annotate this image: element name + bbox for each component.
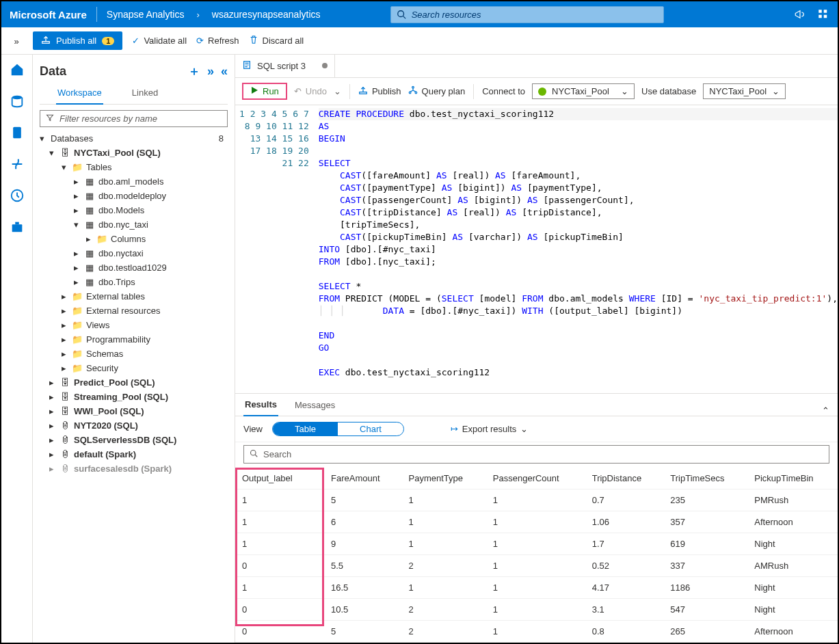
header-right-icons bbox=[794, 8, 829, 21]
global-search[interactable]: Search resources bbox=[390, 6, 664, 23]
view-segmented[interactable]: Table Chart bbox=[272, 422, 404, 436]
tree-schemas[interactable]: ▸📁Schemas bbox=[40, 347, 228, 361]
undo-label: Undo bbox=[306, 86, 327, 96]
col-paymenttype[interactable]: PaymentType bbox=[401, 468, 485, 489]
undo-button[interactable]: ↶ Undo bbox=[294, 86, 327, 96]
queryplan-button[interactable]: Query plan bbox=[408, 85, 466, 97]
tree-ext-tables[interactable]: ▸📁External tables bbox=[40, 289, 228, 304]
discard-all-label: Discard all bbox=[263, 36, 304, 46]
tree-pool-item[interactable]: ▸🛢surfacesalesdb (Spark) bbox=[40, 461, 228, 476]
connect-to-dropdown[interactable]: NYCTaxi_Pool ⌄ bbox=[532, 83, 635, 99]
tree-table-item[interactable]: ▸▦dbo.modeldeploy bbox=[40, 189, 228, 203]
command-bar: Publish all 1 ✓ Validate all ⟳ Refresh D… bbox=[1, 27, 838, 55]
tree-table-item[interactable]: ▸▦dbo.testload1029 bbox=[40, 260, 228, 275]
tree-pool-item[interactable]: ▸🗄Predict_Pool (SQL) bbox=[40, 375, 228, 390]
run-button[interactable]: Run bbox=[242, 83, 287, 100]
tree-pool-item[interactable]: ▸🗄WWI_Pool (SQL) bbox=[40, 404, 228, 418]
discard-all-button[interactable]: Discard all bbox=[249, 35, 304, 46]
tree-pool-item[interactable]: ▸🛢default (Spark) bbox=[40, 447, 228, 461]
col-pickuptimebin[interactable]: PickupTimeBin bbox=[747, 468, 838, 489]
tree-databases[interactable]: ▾ Databases 8 bbox=[40, 131, 228, 146]
svg-line-1 bbox=[403, 16, 405, 19]
publish-button[interactable]: Publish bbox=[358, 85, 401, 97]
col-output-label[interactable]: Output_label bbox=[235, 468, 324, 489]
monitor-icon[interactable] bbox=[8, 186, 27, 205]
svg-line-18 bbox=[255, 455, 257, 457]
publish-all-button[interactable]: Publish all 1 bbox=[33, 31, 122, 50]
tree-pool-nyctaxi[interactable]: ▾ 🗄 NYCTaxi_Pool (SQL) bbox=[40, 146, 228, 160]
tree-table-item[interactable]: ▸▦dbo.nyctaxi bbox=[40, 246, 228, 260]
svg-rect-4 bbox=[818, 15, 822, 18]
collapse-results-icon[interactable]: ⌃ bbox=[822, 405, 829, 416]
results-panel: Results Messages ⌃ View Table Chart ↦ Ex… bbox=[235, 393, 838, 643]
filter-input[interactable]: Filter resources by name bbox=[40, 110, 228, 127]
megaphone-icon[interactable] bbox=[794, 8, 806, 21]
results-table-wrap: Output_label FareAmount PaymentType Pass… bbox=[235, 468, 838, 643]
tree-table-item[interactable]: ▸▦dbo.aml_models bbox=[40, 174, 228, 189]
file-tab[interactable]: SQL script 3 bbox=[235, 54, 335, 77]
refresh-button[interactable]: ⟳ Refresh bbox=[196, 36, 239, 46]
tree-columns[interactable]: ▸📁Columns bbox=[40, 232, 228, 246]
tree-ext-res[interactable]: ▸📁External resources bbox=[40, 304, 228, 318]
results-view-row: View Table Chart ↦ Export results ⌄ bbox=[235, 416, 838, 442]
col-triptimesecs[interactable]: TripTimeSecs bbox=[663, 468, 747, 489]
tree-pool-item[interactable]: ▸🗄Streaming_Pool (SQL) bbox=[40, 390, 228, 404]
validate-all-button[interactable]: ✓ Validate all bbox=[132, 36, 187, 46]
tab-workspace[interactable]: Workspace bbox=[56, 85, 103, 105]
tab-messages[interactable]: Messages bbox=[293, 399, 336, 416]
svg-rect-11 bbox=[15, 222, 19, 225]
table-row[interactable]: 010.5213.1547Night bbox=[235, 599, 838, 621]
code-content: CREATE PROCEDURE dbo.test_nyctaxi_scorin… bbox=[319, 105, 838, 393]
data-panel-tabs: Workspace Linked bbox=[40, 85, 228, 105]
table-row[interactable]: 116.5114.171186Night bbox=[235, 577, 838, 599]
tree-pool-item[interactable]: ▸🛢NYT2020 (SQL) bbox=[40, 418, 228, 433]
results-search-input[interactable]: Search bbox=[243, 445, 829, 464]
table-icon: ▦ bbox=[85, 177, 94, 187]
table-row[interactable]: 05.5210.52337AMRush bbox=[235, 555, 838, 577]
collapse-double-icon[interactable]: » bbox=[207, 64, 214, 79]
caret-right-icon: ▸ bbox=[49, 406, 56, 416]
table-icon: ▦ bbox=[85, 220, 94, 230]
apps-icon[interactable] bbox=[817, 8, 829, 21]
table-header-row: Output_label FareAmount PaymentType Pass… bbox=[235, 468, 838, 489]
expand-leftrail-button[interactable]: » bbox=[4, 27, 29, 55]
col-tripdistance[interactable]: TripDistance bbox=[585, 468, 664, 489]
table-row[interactable]: 15110.7235PMRush bbox=[235, 489, 838, 511]
database-icon: 🛢 bbox=[60, 450, 70, 459]
tree-table-item[interactable]: ▸▦dbo.Trips bbox=[40, 275, 228, 289]
add-icon[interactable]: ＋ bbox=[188, 63, 200, 79]
breadcrumb-root[interactable]: Synapse Analytics bbox=[107, 9, 185, 20]
manage-icon[interactable] bbox=[8, 217, 27, 237]
home-icon[interactable] bbox=[8, 60, 27, 79]
seg-table[interactable]: Table bbox=[273, 422, 338, 435]
caret-down-icon: ▾ bbox=[40, 133, 46, 144]
code-editor[interactable]: 1 2 3 4 5 6 7 8 9 10 11 12 13 14 15 16 1… bbox=[235, 105, 838, 393]
tree-views[interactable]: ▸📁Views bbox=[40, 318, 228, 332]
table-row[interactable]: 19111.7619Night bbox=[235, 533, 838, 555]
caret-right-icon: ▸ bbox=[49, 464, 56, 474]
tree-security[interactable]: ▸📁Security bbox=[40, 361, 228, 375]
develop-icon[interactable] bbox=[8, 123, 27, 142]
seg-chart[interactable]: Chart bbox=[338, 422, 403, 435]
col-passengercount[interactable]: PassengerCount bbox=[486, 468, 585, 489]
tab-results[interactable]: Results bbox=[243, 398, 278, 416]
data-icon[interactable] bbox=[8, 92, 27, 111]
caret-down-icon: ▾ bbox=[49, 148, 56, 158]
tab-linked[interactable]: Linked bbox=[131, 85, 159, 104]
use-db-dropdown[interactable]: NYCTaxi_Pool ⌄ bbox=[703, 83, 786, 99]
tree-pool-item[interactable]: ▸🛢SQLServerlessDB (SQL) bbox=[40, 433, 228, 447]
tree-tables[interactable]: ▾ 📁 Tables bbox=[40, 160, 228, 174]
chevron-down-icon[interactable]: ⌄ bbox=[334, 86, 341, 96]
integrate-icon[interactable] bbox=[8, 155, 27, 174]
tree-table-item[interactable]: ▸▦dbo.Models bbox=[40, 203, 228, 217]
table-row[interactable]: 16111.06357Afternoon bbox=[235, 511, 838, 533]
tree-table-nyctaxi[interactable]: ▾▦dbo.nyc_taxi bbox=[40, 217, 228, 232]
tree-prog[interactable]: ▸📁Programmability bbox=[40, 332, 228, 347]
trash-icon bbox=[249, 35, 258, 46]
table-row[interactable]: 05210.8265Afternoon bbox=[235, 621, 838, 643]
caret-right-icon: ▸ bbox=[49, 377, 56, 388]
collapse-panel-icon[interactable]: « bbox=[221, 64, 228, 79]
export-results-button[interactable]: ↦ Export results ⌄ bbox=[451, 424, 528, 434]
breadcrumb-workspace[interactable]: wsazuresynapseanalytics bbox=[212, 9, 321, 20]
col-fareamount[interactable]: FareAmount bbox=[324, 468, 401, 489]
